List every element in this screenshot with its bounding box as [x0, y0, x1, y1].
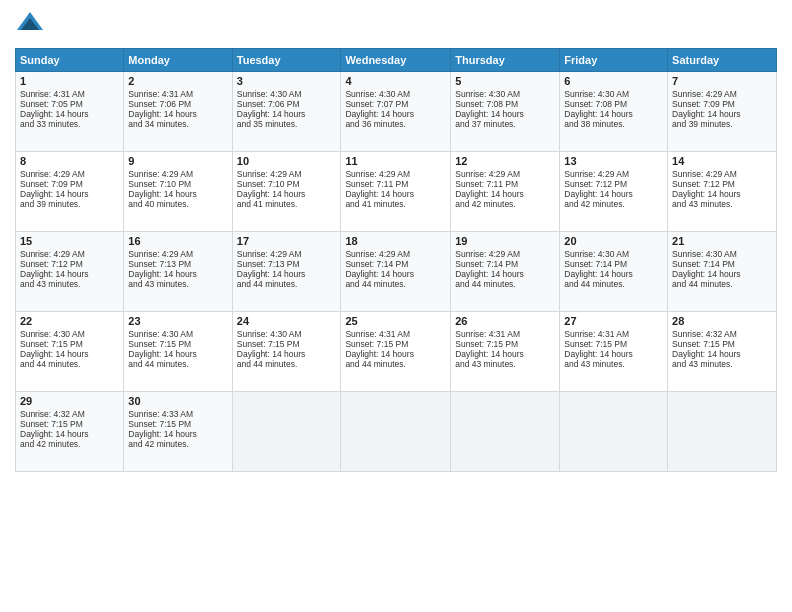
sunset-info: Sunset: 7:08 PM [564, 99, 627, 109]
calendar-cell: 4Sunrise: 4:30 AMSunset: 7:07 PMDaylight… [341, 72, 451, 152]
day-header-sunday: Sunday [16, 49, 124, 72]
sunset-info: Sunset: 7:12 PM [20, 259, 83, 269]
sunrise-info: Sunrise: 4:30 AM [20, 329, 85, 339]
calendar-week-3: 22Sunrise: 4:30 AMSunset: 7:15 PMDayligh… [16, 312, 777, 392]
sunset-info: Sunset: 7:15 PM [128, 419, 191, 429]
sunrise-info: Sunrise: 4:29 AM [237, 249, 302, 259]
header [15, 10, 777, 40]
sunrise-info: Sunrise: 4:29 AM [128, 169, 193, 179]
calendar-cell: 13Sunrise: 4:29 AMSunset: 7:12 PMDayligh… [560, 152, 668, 232]
sunrise-info: Sunrise: 4:30 AM [237, 329, 302, 339]
sunset-info: Sunset: 7:12 PM [672, 179, 735, 189]
calendar-week-1: 8Sunrise: 4:29 AMSunset: 7:09 PMDaylight… [16, 152, 777, 232]
daylight-label: Daylight: 14 hours [20, 109, 89, 119]
sunset-info: Sunset: 7:13 PM [128, 259, 191, 269]
daylight-label: Daylight: 14 hours [672, 109, 741, 119]
sunrise-info: Sunrise: 4:29 AM [20, 169, 85, 179]
daylight-label: Daylight: 14 hours [672, 189, 741, 199]
daylight-value: and 44 minutes. [128, 359, 188, 369]
sunset-info: Sunset: 7:15 PM [345, 339, 408, 349]
daylight-label: Daylight: 14 hours [455, 109, 524, 119]
day-number: 4 [345, 75, 446, 87]
daylight-value: and 43 minutes. [672, 359, 732, 369]
daylight-label: Daylight: 14 hours [564, 189, 633, 199]
daylight-label: Daylight: 14 hours [345, 109, 414, 119]
daylight-value: and 42 minutes. [20, 439, 80, 449]
sunset-info: Sunset: 7:14 PM [455, 259, 518, 269]
sunrise-info: Sunrise: 4:29 AM [20, 249, 85, 259]
daylight-value: and 44 minutes. [345, 359, 405, 369]
daylight-value: and 33 minutes. [20, 119, 80, 129]
calendar-cell: 24Sunrise: 4:30 AMSunset: 7:15 PMDayligh… [232, 312, 341, 392]
sunset-info: Sunset: 7:07 PM [345, 99, 408, 109]
page: SundayMondayTuesdayWednesdayThursdayFrid… [0, 0, 792, 612]
daylight-value: and 41 minutes. [237, 199, 297, 209]
daylight-label: Daylight: 14 hours [564, 349, 633, 359]
daylight-label: Daylight: 14 hours [20, 269, 89, 279]
day-number: 28 [672, 315, 772, 327]
calendar-cell: 20Sunrise: 4:30 AMSunset: 7:14 PMDayligh… [560, 232, 668, 312]
day-number: 20 [564, 235, 663, 247]
daylight-label: Daylight: 14 hours [128, 109, 197, 119]
day-number: 12 [455, 155, 555, 167]
sunrise-info: Sunrise: 4:29 AM [237, 169, 302, 179]
daylight-value: and 35 minutes. [237, 119, 297, 129]
calendar-header-row: SundayMondayTuesdayWednesdayThursdayFrid… [16, 49, 777, 72]
sunset-info: Sunset: 7:15 PM [237, 339, 300, 349]
sunrise-info: Sunrise: 4:33 AM [128, 409, 193, 419]
daylight-label: Daylight: 14 hours [564, 109, 633, 119]
daylight-value: and 43 minutes. [672, 199, 732, 209]
day-number: 16 [128, 235, 227, 247]
day-number: 22 [20, 315, 119, 327]
daylight-value: and 42 minutes. [564, 199, 624, 209]
daylight-label: Daylight: 14 hours [455, 269, 524, 279]
sunset-info: Sunset: 7:15 PM [564, 339, 627, 349]
daylight-value: and 43 minutes. [20, 279, 80, 289]
calendar-cell: 26Sunrise: 4:31 AMSunset: 7:15 PMDayligh… [451, 312, 560, 392]
daylight-value: and 41 minutes. [345, 199, 405, 209]
daylight-label: Daylight: 14 hours [20, 429, 89, 439]
day-number: 1 [20, 75, 119, 87]
sunset-info: Sunset: 7:06 PM [128, 99, 191, 109]
sunrise-info: Sunrise: 4:30 AM [237, 89, 302, 99]
daylight-value: and 44 minutes. [672, 279, 732, 289]
daylight-value: and 43 minutes. [128, 279, 188, 289]
calendar-cell: 19Sunrise: 4:29 AMSunset: 7:14 PMDayligh… [451, 232, 560, 312]
sunset-info: Sunset: 7:15 PM [20, 419, 83, 429]
calendar-cell: 22Sunrise: 4:30 AMSunset: 7:15 PMDayligh… [16, 312, 124, 392]
calendar-cell: 7Sunrise: 4:29 AMSunset: 7:09 PMDaylight… [668, 72, 777, 152]
daylight-value: and 44 minutes. [237, 359, 297, 369]
sunrise-info: Sunrise: 4:29 AM [455, 249, 520, 259]
daylight-value: and 40 minutes. [128, 199, 188, 209]
daylight-label: Daylight: 14 hours [564, 269, 633, 279]
day-number: 15 [20, 235, 119, 247]
calendar-cell: 11Sunrise: 4:29 AMSunset: 7:11 PMDayligh… [341, 152, 451, 232]
sunset-info: Sunset: 7:11 PM [345, 179, 408, 189]
day-number: 10 [237, 155, 337, 167]
sunrise-info: Sunrise: 4:31 AM [564, 329, 629, 339]
daylight-value: and 42 minutes. [128, 439, 188, 449]
sunrise-info: Sunrise: 4:29 AM [345, 169, 410, 179]
calendar-cell: 21Sunrise: 4:30 AMSunset: 7:14 PMDayligh… [668, 232, 777, 312]
sunset-info: Sunset: 7:11 PM [455, 179, 518, 189]
daylight-value: and 38 minutes. [564, 119, 624, 129]
day-number: 13 [564, 155, 663, 167]
calendar-cell [341, 392, 451, 472]
calendar-cell: 17Sunrise: 4:29 AMSunset: 7:13 PMDayligh… [232, 232, 341, 312]
day-number: 11 [345, 155, 446, 167]
daylight-label: Daylight: 14 hours [455, 349, 524, 359]
daylight-label: Daylight: 14 hours [128, 189, 197, 199]
calendar-cell: 16Sunrise: 4:29 AMSunset: 7:13 PMDayligh… [124, 232, 232, 312]
calendar-cell: 3Sunrise: 4:30 AMSunset: 7:06 PMDaylight… [232, 72, 341, 152]
calendar-cell [451, 392, 560, 472]
daylight-value: and 44 minutes. [237, 279, 297, 289]
sunrise-info: Sunrise: 4:29 AM [128, 249, 193, 259]
logo [15, 10, 49, 40]
sunrise-info: Sunrise: 4:29 AM [345, 249, 410, 259]
sunrise-info: Sunrise: 4:31 AM [345, 329, 410, 339]
daylight-label: Daylight: 14 hours [128, 349, 197, 359]
sunrise-info: Sunrise: 4:29 AM [564, 169, 629, 179]
daylight-label: Daylight: 14 hours [672, 269, 741, 279]
sunset-info: Sunset: 7:15 PM [672, 339, 735, 349]
day-header-thursday: Thursday [451, 49, 560, 72]
